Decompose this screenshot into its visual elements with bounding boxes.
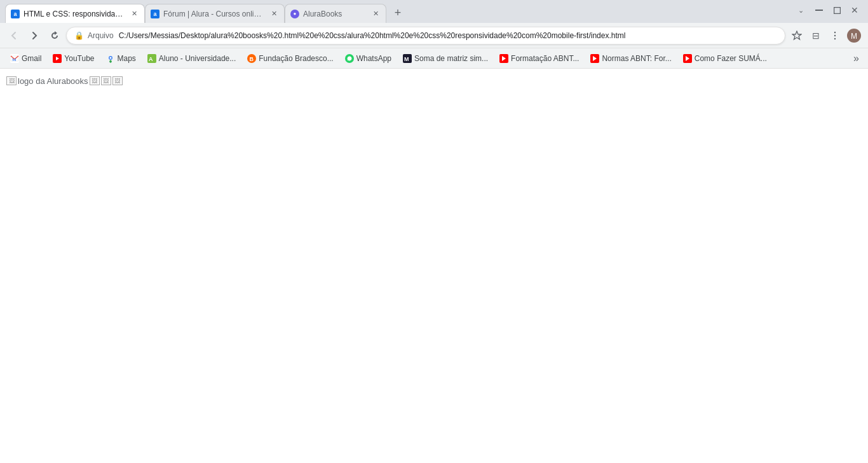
maximize-button[interactable]	[829, 2, 845, 18]
svg-text:M: M	[851, 32, 857, 41]
tab-close-3[interactable]: ✕	[370, 9, 381, 19]
whatsapp-icon	[345, 54, 354, 63]
tab-alurabooks[interactable]: ● AluraBooks ✕	[285, 4, 386, 23]
svg-text:⌄: ⌄	[798, 6, 804, 14]
bookmark-soma-label: Soma de matriz sim...	[414, 54, 488, 63]
svg-rect-2	[834, 7, 840, 13]
bookmark-fundacao-label: Fundação Bradesco...	[259, 54, 333, 63]
browser-window: a HTML e CSS: responsividade com... ✕ a …	[0, 0, 868, 463]
svg-point-4	[834, 34, 836, 36]
tab-favicon-2: a	[151, 10, 159, 18]
fundacao-icon: B	[247, 54, 256, 63]
bookmark-normas[interactable]: Normas ABNT: For...	[585, 52, 676, 66]
svg-point-5	[834, 38, 836, 39]
tab-strip-controls: ⌄	[797, 4, 810, 17]
tab-favicon-3: ●	[290, 10, 299, 18]
bookmark-como-label: Como Fazer SUMÁ...	[695, 54, 767, 63]
bookmark-fundacao[interactable]: B Fundação Bradesco...	[242, 52, 338, 66]
soma-icon: M	[403, 54, 412, 63]
lock-icon: 🔒	[74, 31, 84, 40]
bookmark-youtube-label: YouTube	[64, 54, 94, 63]
tab-title-1: HTML e CSS: responsividade com...	[24, 10, 125, 18]
tabs-area: a HTML e CSS: responsividade com... ✕ a …	[5, 0, 792, 23]
address-prefix: Arquivo	[88, 31, 114, 40]
bookmark-gmail-label: Gmail	[22, 54, 41, 63]
bookmarks-bar: M Gmail YouTube Maps	[0, 48, 868, 69]
bookmark-aluno-label: Aluno - Universidade...	[159, 54, 236, 63]
tab-favicon-1: a	[11, 10, 20, 18]
bookmarks-more-button[interactable]: »	[850, 50, 863, 67]
toolbar: 🔒 Arquivo ⊟ M	[0, 23, 868, 48]
tab-close-2[interactable]: ✕	[269, 9, 279, 19]
broken-image-3: 🖼	[101, 76, 111, 85]
gmail-icon: M	[10, 54, 19, 63]
bookmark-soma[interactable]: M Soma de matriz sim...	[398, 52, 493, 66]
maps-icon	[106, 54, 115, 63]
new-tab-button[interactable]: +	[389, 4, 407, 22]
logo-section: 🖼 logo da Alurabooks 🖼 🖼 🖼	[6, 76, 123, 86]
logo-broken-image: 🖼	[6, 76, 17, 85]
bookmark-whatsapp[interactable]: WhatsApp	[340, 52, 397, 66]
window-controls: ⌄ ✕	[797, 2, 863, 18]
back-button[interactable]	[5, 27, 23, 45]
profile-button[interactable]: M	[845, 27, 863, 45]
svg-text:A: A	[149, 56, 153, 62]
bookmark-star-button[interactable]	[788, 27, 806, 45]
svg-text:B: B	[250, 56, 254, 62]
tab-html-css[interactable]: a HTML e CSS: responsividade com... ✕	[5, 4, 145, 23]
bookmark-normas-label: Normas ABNT: For...	[602, 54, 671, 63]
logo-alt-text: logo da Alurabooks	[18, 76, 88, 86]
bookmark-como[interactable]: Como Fazer SUMÁ...	[678, 52, 772, 66]
bookmark-maps-label: Maps	[118, 54, 136, 63]
svg-text:M: M	[12, 57, 17, 62]
reload-button[interactable]	[46, 27, 64, 45]
close-button[interactable]: ✕	[846, 2, 863, 18]
forward-button[interactable]	[25, 27, 43, 45]
browser-menu-button[interactable]	[826, 27, 844, 45]
svg-rect-1	[815, 10, 823, 11]
formatacao-icon	[499, 54, 508, 63]
svg-text:M: M	[404, 56, 409, 62]
tab-search-button[interactable]: ⊟	[807, 27, 825, 45]
bookmark-maps[interactable]: Maps	[101, 52, 141, 66]
tab-close-1[interactable]: ✕	[129, 9, 139, 19]
page-content: 🖼 logo da Alurabooks 🖼 🖼 🖼	[0, 69, 868, 463]
address-input[interactable]	[119, 31, 777, 40]
bookmark-formatacao-label: Formatação ABNT...	[511, 54, 579, 63]
toolbar-right: ⊟ M	[788, 27, 863, 45]
normas-icon	[590, 54, 599, 63]
broken-image-4: 🖼	[112, 76, 123, 85]
como-icon	[683, 54, 692, 63]
bookmark-gmail[interactable]: M Gmail	[5, 52, 46, 66]
youtube-icon	[53, 54, 62, 63]
broken-image-2: 🖼	[90, 76, 100, 85]
minimize-button[interactable]	[811, 2, 827, 18]
bookmark-formatacao[interactable]: Formatação ABNT...	[494, 52, 584, 66]
bookmark-whatsapp-label: WhatsApp	[356, 54, 391, 63]
tab-forum[interactable]: a Fórum | Alura - Cursos online de... ✕	[145, 4, 285, 23]
title-bar: a HTML e CSS: responsividade com... ✕ a …	[0, 0, 868, 23]
svg-point-3	[834, 31, 836, 32]
bookmark-aluno[interactable]: A Aluno - Universidade...	[142, 52, 241, 66]
bookmark-youtube[interactable]: YouTube	[48, 52, 99, 66]
tab-title-3: AluraBooks	[303, 10, 367, 18]
address-bar[interactable]: 🔒 Arquivo	[66, 27, 785, 45]
tab-title-2: Fórum | Alura - Cursos online de...	[163, 10, 265, 18]
svg-point-13	[109, 57, 111, 59]
aluno-icon: A	[147, 54, 156, 63]
